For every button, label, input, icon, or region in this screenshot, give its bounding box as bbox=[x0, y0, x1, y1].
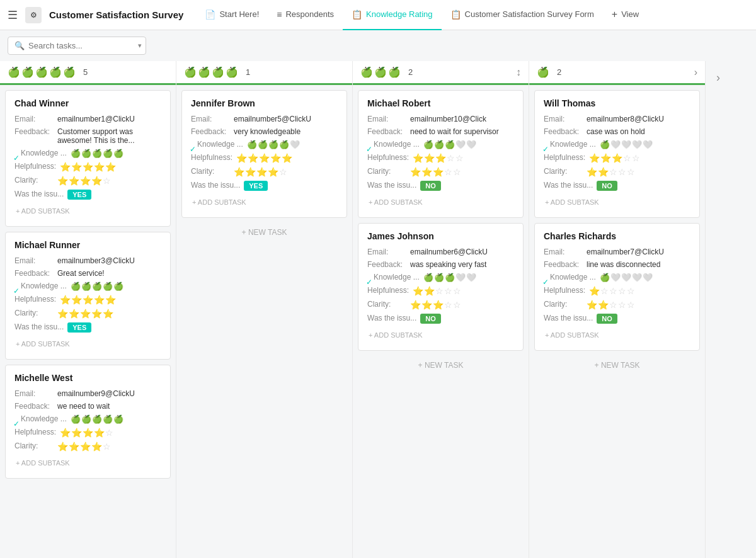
card-name: Charles Richards bbox=[544, 231, 690, 241]
knowledge-label: Knowledge ... bbox=[191, 140, 243, 149]
add-subtask-button[interactable]: + ADD SUBTASK bbox=[367, 327, 514, 343]
tab-survey-form[interactable]: 📋 Customer Satisfaction Survey Form bbox=[442, 0, 603, 30]
feedback-value: Great service! bbox=[57, 269, 161, 278]
clarity-label: Clarity: bbox=[544, 167, 583, 176]
search-bar[interactable]: 🔍 ▾ bbox=[8, 37, 146, 55]
knowledge-label: Knowledge ... bbox=[544, 140, 596, 149]
cards-area-col3: Michael Robert Email: emailnumber10@Clic… bbox=[353, 85, 529, 558]
issue-badge: YES bbox=[244, 181, 268, 191]
knowledge-apples: 🍏🍏🍏🩶🩶 bbox=[423, 273, 476, 282]
card-issue-row: Was the issu... YES bbox=[14, 322, 161, 333]
card-knowledge-row: ✓ Knowledge ... 🍏🩶🩶🩶🩶 bbox=[544, 140, 690, 149]
card-helpfulness-row: Helpfulness: ⭐⭐⭐⭐☆ bbox=[14, 428, 161, 438]
board: 🍏🍏🍏🍏🍏 5 Chad Winner Email: emailnumber1@… bbox=[0, 61, 731, 558]
clarity-stars: ⭐⭐☆☆☆ bbox=[587, 167, 635, 177]
tab-start-here[interactable]: 📄 Start Here! bbox=[196, 0, 268, 30]
search-icon: 🔍 bbox=[14, 41, 25, 50]
add-subtask-button[interactable]: + ADD SUBTASK bbox=[191, 195, 338, 210]
column-header-col3: 🍏🍏🍏 2 ↕ bbox=[353, 61, 529, 85]
feedback-label: Feedback: bbox=[544, 260, 583, 269]
knowledge-label: Knowledge ... bbox=[367, 273, 420, 282]
card-email-row: Email: emailnumber10@Click bbox=[367, 115, 514, 123]
scroll-right-icon[interactable]: › bbox=[716, 71, 720, 84]
board-scroll-right[interactable]: › bbox=[706, 61, 731, 558]
issue-badge: NO bbox=[420, 314, 441, 324]
feedback-value: case was on hold bbox=[587, 127, 690, 136]
knowledge-apples: 🍏🍏🍏🩶🩶 bbox=[423, 140, 476, 149]
column-apples-col4: 🍏 bbox=[537, 66, 549, 78]
card-issue-row: Was the issu... NO bbox=[367, 314, 514, 324]
card-knowledge-row: ✓ Knowledge ... 🍏🍏🍏🍏🍏 bbox=[14, 282, 161, 291]
search-input[interactable] bbox=[28, 41, 134, 50]
column-header-col1: 🍏🍏🍏🍏🍏 5 bbox=[0, 61, 176, 85]
clarity-label: Clarity: bbox=[14, 441, 54, 450]
tab-view[interactable]: + View bbox=[603, 0, 648, 30]
column-count-col2: 1 bbox=[246, 67, 250, 77]
card-issue-row: Was the issu... NO bbox=[367, 181, 514, 191]
helpfulness-label: Helpfulness: bbox=[14, 295, 56, 304]
email-label: Email: bbox=[14, 389, 54, 398]
new-task-button[interactable]: + NEW TASK bbox=[534, 356, 700, 375]
card-feedback-row: Feedback: we need to wait bbox=[14, 402, 161, 411]
card-name: Michael Robert bbox=[367, 98, 514, 108]
email-value: emailnumber7@ClickU bbox=[587, 248, 690, 256]
email-label: Email: bbox=[367, 115, 406, 123]
cards-area-col4: Will Thomas Email: emailnumber8@ClickU F… bbox=[529, 85, 705, 558]
add-subtask-button[interactable]: + ADD SUBTASK bbox=[14, 336, 161, 351]
add-subtask-button[interactable]: + ADD SUBTASK bbox=[544, 195, 690, 210]
feedback-value: Customer support was awesome! This is th… bbox=[57, 127, 161, 145]
helpfulness-label: Helpfulness: bbox=[544, 286, 585, 295]
card-feedback-row: Feedback: was speaking very fast bbox=[367, 260, 514, 269]
knowledge-apples: 🍏🍏🍏🍏🍏 bbox=[71, 282, 123, 291]
card-clarity-row: Clarity: ⭐⭐⭐⭐☆ bbox=[14, 441, 161, 452]
knowledge-apples: 🍏🍏🍏🍏🍏 bbox=[71, 414, 123, 424]
feedback-value: very knowledgeable bbox=[234, 127, 338, 136]
email-label: Email: bbox=[191, 115, 230, 123]
knowledge-label: Knowledge ... bbox=[14, 282, 67, 290]
add-subtask-button[interactable]: + ADD SUBTASK bbox=[544, 327, 690, 343]
feedback-value: need to wait for supervisor bbox=[410, 127, 514, 136]
column-col4: 🍏 2 › Will Thomas Email: emailnumber8@Cl… bbox=[529, 61, 706, 558]
knowledge-apples: 🍏🩶🩶🩶🩶 bbox=[600, 140, 653, 149]
knowledge-label: Knowledge ... bbox=[544, 273, 596, 282]
knowledge-apples: 🍏🩶🩶🩶🩶 bbox=[600, 273, 653, 282]
clarity-stars: ⭐⭐⭐☆☆ bbox=[410, 300, 461, 310]
card-email-row: Email: emailnumber6@ClickU bbox=[367, 248, 514, 256]
menu-icon[interactable]: ☰ bbox=[8, 8, 18, 22]
add-subtask-button[interactable]: + ADD SUBTASK bbox=[367, 195, 514, 210]
clarity-label: Clarity: bbox=[14, 176, 54, 185]
knowledge-apples: 🍏🍏🍏🍏🩶 bbox=[247, 140, 300, 149]
card-clarity-row: Clarity: ⭐⭐☆☆☆ bbox=[544, 300, 690, 310]
add-subtask-button[interactable]: + ADD SUBTASK bbox=[14, 455, 161, 470]
column-apples-col3: 🍏🍏🍏 bbox=[360, 66, 401, 78]
column-header-col2: 🍏🍏🍏🍏 1 bbox=[176, 61, 352, 85]
column-apples-col1: 🍏🍏🍏🍏🍏 bbox=[8, 66, 76, 78]
email-value: emailnumber6@ClickU bbox=[410, 248, 514, 256]
feedback-label: Feedback: bbox=[367, 260, 406, 269]
add-subtask-button[interactable]: + ADD SUBTASK bbox=[14, 203, 161, 219]
email-label: Email: bbox=[367, 248, 406, 256]
clarity-label: Clarity: bbox=[544, 300, 583, 309]
card-knowledge-row: ✓ Knowledge ... 🍏🍏🍏🩶🩶 bbox=[367, 140, 514, 149]
issue-badge: YES bbox=[67, 322, 91, 333]
card-helpfulness-row: Helpfulness: ⭐⭐⭐⭐⭐ bbox=[14, 295, 161, 305]
issue-label: Was the issu... bbox=[367, 314, 416, 322]
tab-respondents[interactable]: ≡ Respondents bbox=[268, 0, 343, 30]
email-label: Email: bbox=[544, 115, 583, 123]
new-task-button[interactable]: + NEW TASK bbox=[358, 356, 524, 375]
column-nav-col3[interactable]: ↕ bbox=[516, 67, 521, 78]
cards-area-col1: Chad Winner Email: emailnumber1@ClickU F… bbox=[0, 85, 176, 558]
check-icon: ✓ bbox=[542, 145, 549, 154]
clarity-label: Clarity: bbox=[191, 167, 230, 176]
helpfulness-label: Helpfulness: bbox=[367, 153, 409, 162]
new-task-button[interactable]: + NEW TASK bbox=[181, 223, 347, 242]
column-nav-col4[interactable]: › bbox=[694, 67, 697, 78]
card-email-row: Email: emailnumber3@ClickU bbox=[14, 256, 161, 265]
card-knowledge-row: ✓ Knowledge ... 🍏🍏🍏🍏🩶 bbox=[191, 140, 338, 149]
board-container: 🍏🍏🍏🍏🍏 5 Chad Winner Email: emailnumber1@… bbox=[0, 61, 756, 558]
card-name: Chad Winner bbox=[14, 98, 161, 108]
card-knowledge-row: ✓ Knowledge ... 🍏🍏🍏🍏🍏 bbox=[14, 414, 161, 424]
tab-knowledge-rating[interactable]: 📋 Knowledge Rating bbox=[343, 0, 442, 30]
issue-label: Was the issu... bbox=[544, 314, 593, 322]
card-name: James Johnson bbox=[367, 231, 514, 241]
